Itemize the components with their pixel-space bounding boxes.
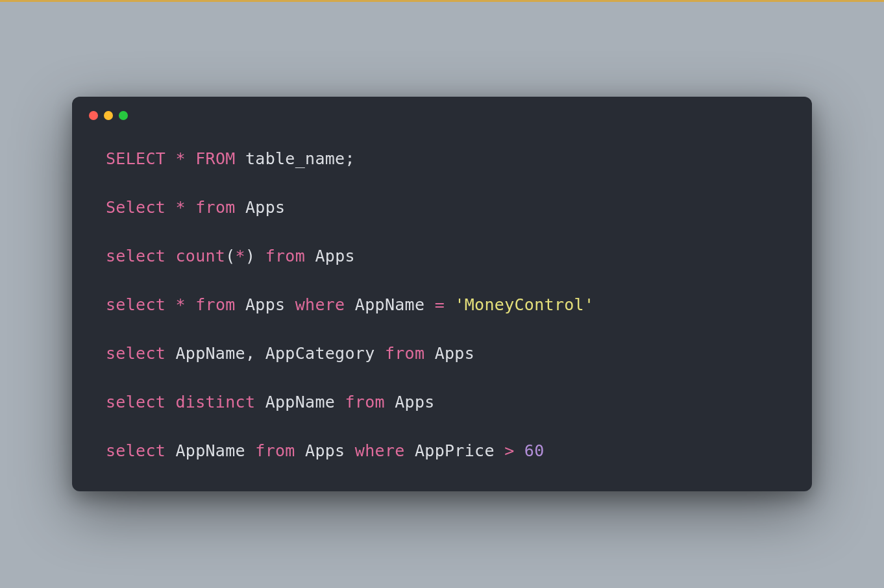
code-token-sp [255,344,265,363]
code-token-sp [166,247,175,265]
code-token-sp [385,393,395,411]
code-token-sp [255,247,265,265]
code-token-sp [285,295,295,314]
code-token-kw: select [106,247,166,265]
code-token-ident: table_name [245,149,345,168]
code-line: select AppName, AppCategory from Apps [106,342,778,365]
code-token-ident: Apps [305,441,345,460]
code-token-kw: FROM [195,149,235,168]
code-line: select * from Apps where AppName = 'Mone… [106,293,778,316]
code-token-ident: Apps [245,198,285,217]
code-token-sp [345,441,354,460]
code-token-sp [295,441,305,460]
code-token-ident: Apps [315,247,354,265]
code-token-sp [186,198,195,217]
code-token-ident: AppCategory [265,344,375,363]
code-token-punct: ) [245,247,255,265]
code-token-ident: Apps [245,295,285,314]
code-token-kw: from [385,344,424,363]
code-line: select count(*) from Apps [106,245,778,267]
code-token-sp [255,393,265,411]
code-token-kw: from [195,295,235,314]
code-token-sp [495,441,504,460]
code-token-punct: ; [345,149,354,168]
code-token-op: * [175,149,185,168]
code-token-sp [166,198,175,217]
code-token-op: > [504,441,514,460]
code-token-sp [405,441,415,460]
code-window: SELECT * FROM table_name;Select * from A… [72,97,812,491]
code-token-ident: AppName [355,295,424,314]
code-token-sp [375,344,385,363]
code-token-sp [166,295,175,314]
code-token-ident: AppPrice [415,441,495,460]
code-token-kw: select [106,344,166,363]
maximize-icon[interactable] [119,111,128,120]
code-token-sp [424,344,434,363]
code-token-punct: ( [225,247,235,265]
code-token-sp [424,295,434,314]
code-token-op: * [175,295,185,314]
code-token-sp [345,295,354,314]
code-token-kw: from [345,393,384,411]
code-token-sp [305,247,315,265]
code-token-ident: Apps [395,393,434,411]
code-token-kw: from [255,441,295,460]
code-token-sp [186,295,195,314]
close-icon[interactable] [89,111,98,120]
window-titlebar [72,97,812,120]
code-token-kw: SELECT [106,149,166,168]
code-token-ident: Apps [435,344,474,363]
code-area: SELECT * FROM table_name;Select * from A… [72,120,812,462]
code-token-num: 60 [524,441,545,460]
minimize-icon[interactable] [104,111,113,120]
code-token-punct: , [245,344,255,363]
code-token-op: * [236,247,245,265]
code-token-ident: AppName [265,393,335,411]
code-token-sp [186,149,195,168]
code-token-sp [335,393,345,411]
code-line: SELECT * FROM table_name; [106,147,778,170]
code-token-sp [166,344,175,363]
code-token-kw: from [265,247,305,265]
code-token-sp [166,393,175,411]
code-token-kw: Select [106,198,166,217]
code-token-kw: where [295,295,345,314]
code-token-str: 'MoneyControl' [454,295,594,314]
code-token-sp [236,149,245,168]
code-line: select AppName from Apps where AppPrice … [106,439,778,462]
code-token-kw: select [106,393,166,411]
code-token-sp [166,149,175,168]
code-token-ident: AppName [175,344,245,363]
code-token-sp [166,441,175,460]
code-token-kw: distinct [175,393,255,411]
code-line: select distinct AppName from Apps [106,391,778,413]
code-token-kw: where [355,441,405,460]
code-token-ident: AppName [175,441,245,460]
code-token-sp [236,295,245,314]
code-token-sp [236,198,245,217]
code-token-sp [514,441,524,460]
code-token-func: count [175,247,225,265]
code-token-op: = [435,295,445,314]
code-token-op: * [175,198,185,217]
code-token-kw: select [106,295,166,314]
code-token-kw: select [106,441,166,460]
code-token-kw: from [195,198,235,217]
code-token-sp [445,295,454,314]
code-token-sp [245,441,255,460]
code-line: Select * from Apps [106,196,778,219]
